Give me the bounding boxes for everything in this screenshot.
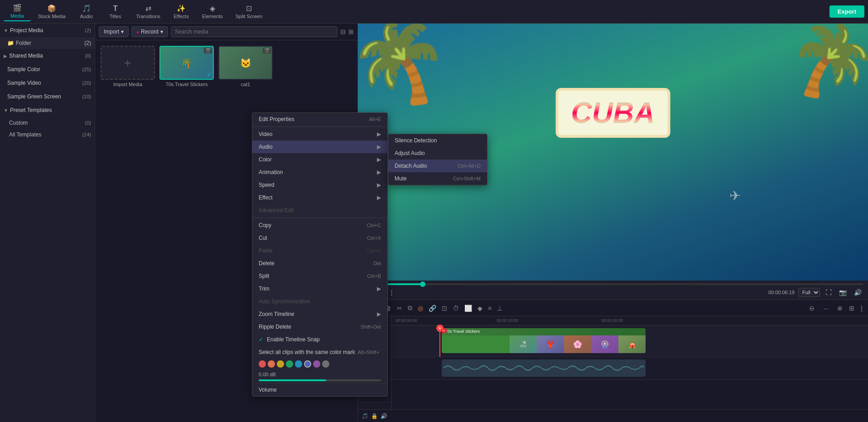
sample-video-header[interactable]: Sample Video (20) [0,76,95,90]
auto-sync-item[interactable]: Auto Synchronization [252,295,387,308]
edit-properties-item[interactable]: Edit Properties Alt+E [252,113,387,126]
resize-button[interactable]: ⬜ [463,304,474,313]
volume-item[interactable]: Volume [252,383,387,396]
advanced-edit-item[interactable]: Advanced Edit [252,204,387,217]
color-purple[interactable] [313,360,320,368]
progress-bar[interactable] [362,283,863,285]
shared-media-header[interactable]: ▶ Shared Media (0) [0,49,95,63]
color-green[interactable] [286,360,293,368]
split-audio-button[interactable]: ⊥ [495,304,504,313]
mark-in-button[interactable]: ◎ [416,304,425,313]
color-mark-button[interactable]: ◆ [476,304,484,313]
airplane-icon: ✈ [729,188,741,204]
video-track[interactable]: × × 70s Travel Stickers [392,325,868,357]
record-dot-icon: ● [136,29,139,34]
color-red[interactable] [259,360,266,368]
silence-detection-item[interactable]: Silence Detection [388,134,487,147]
import-media-thumb[interactable]: + Import Media [101,46,155,87]
grid-view-icon[interactable]: ⊞ [348,28,354,35]
filter-icon[interactable]: ⊟ [340,28,346,35]
import-button[interactable]: Import ▾ [99,26,129,37]
sample-color-header[interactable]: Sample Color (25) [0,63,95,76]
animation-item[interactable]: Animation ▶ [252,166,387,179]
copy-tl-button[interactable]: ⧉ [406,303,414,313]
folder-item[interactable]: 📁 Folder (2) [0,37,95,49]
speed-item[interactable]: Speed ▶ [252,179,387,191]
video-item[interactable]: Video ▶ [252,128,387,141]
delete-item[interactable]: Delete Del [252,257,387,270]
select-color-item[interactable]: Select all clips with the same color mar… [252,346,387,359]
time-10: 00:00:10:00 [497,318,518,323]
zoom-in-tl-button[interactable]: ⊕ [835,304,844,313]
audio-track-2[interactable] [392,380,868,403]
effects-icon: ✨ [177,4,186,13]
video-clip[interactable]: × 70s Travel Stickers 🏖 🦞 🌸 🎡 🎪 [442,328,646,353]
cut-tl-button[interactable]: ✂ [395,304,404,313]
nav-item-audio[interactable]: 🎵 Audio [73,2,100,21]
preset-templates-header[interactable]: ▼ Preset Templates [0,103,95,117]
copy-item[interactable]: Copy Ctrl+C [252,219,387,232]
trim-item[interactable]: Trim ▶ [252,282,387,295]
ripple-delete-item[interactable]: Ripple Delete Shift+Del [252,320,387,333]
volume-slider[interactable] [259,379,381,381]
color-teal[interactable] [295,360,302,368]
fit-tl-button[interactable]: ⊞ [847,304,856,313]
custom-label: Custom [9,120,28,126]
mute-item[interactable]: Mute Ctrl+Shift+M [388,172,487,185]
nav-item-effects[interactable]: ✨ Effects [168,2,195,21]
nav-item-transitions[interactable]: ⇄ Transitions [131,2,166,21]
nav-item-elements[interactable]: ◈ Elements [197,2,228,21]
nav-item-splitscreen[interactable]: ⊡ Split Screen [230,2,268,21]
nav-item-stock[interactable]: 📦 Stock Media [33,2,71,21]
cat1-label: cat1 [218,82,273,87]
snap-button[interactable]: | [859,304,864,313]
paste-item[interactable]: Paste Ctrl+V [252,244,387,257]
thumb-overlay-icon: 🎬 [204,48,212,53]
enable-snap-item[interactable]: ✓ Enable Timeline Snap [252,333,387,346]
zoom-out-tl-button[interactable]: ⊖ [807,304,816,313]
crop-button[interactable]: ⊡ [440,304,449,313]
color-orange[interactable] [268,360,275,368]
cat1-thumb[interactable]: 🐱 🎬 cat1 [218,46,273,87]
sample-video-label: Sample Video [7,80,41,86]
volume-db-label: 0.00 dB [259,372,276,377]
volume-ctrl-button[interactable]: 🔊 [852,288,863,297]
split-item[interactable]: Split Ctrl+B [252,270,387,282]
color-blue[interactable] [304,360,311,368]
adjust-audio-item[interactable]: Adjust Audio [388,147,487,160]
all-templates-label: All Templates [9,131,41,138]
folder-icon: 📁 [7,40,14,46]
zoom-timeline-item[interactable]: Zoom Timeline ▶ [252,308,387,320]
link-button[interactable]: 🔗 [427,304,438,313]
project-media-header[interactable]: ▼ Project Media (2) [0,24,95,37]
quality-select[interactable]: Full1/21/4 [798,288,820,297]
nav-item-media[interactable]: 🎬 Media [4,2,31,21]
color-yellow[interactable] [277,360,284,368]
custom-item[interactable]: Custom (0) [0,117,95,129]
sample-green-header[interactable]: Sample Green Screen (10) [0,90,95,103]
cut-item[interactable]: Cut Ctrl+X [252,232,387,244]
record-button[interactable]: ● Record ▾ [131,26,168,37]
history-button[interactable]: ⏱ [451,304,461,313]
color-item[interactable]: Color ▶ [252,153,387,166]
fullscreen-button[interactable]: ⛶ [824,288,834,297]
travel-stickers-thumb[interactable]: 🌴 🎬 ✓ 70s Travel Stickers [159,46,214,87]
audio-status-icon[interactable]: 🔊 [381,413,387,419]
screenshot-button[interactable]: 📷 [837,288,849,297]
search-input[interactable] [171,26,338,37]
audio-align-button[interactable]: ≡ [486,304,493,313]
media-toolbar: Import ▾ ● Record ▾ ⊟ ⊞ [95,24,357,40]
all-templates-item[interactable]: All Templates (24) [0,129,95,141]
color-gray[interactable] [322,360,329,368]
enable-snap-label: Enable Timeline Snap [267,336,320,343]
paste-shortcut: Ctrl+V [367,248,381,253]
lock-status-icon[interactable]: 🔒 [371,413,378,419]
plus-icon: + [124,56,131,70]
effect-item[interactable]: Effect ▶ [252,191,387,204]
export-button[interactable]: Export [829,5,864,18]
media-icon: 🎬 [13,4,22,12]
nav-item-titles[interactable]: T Titles [102,3,129,21]
audio-item[interactable]: Audio ▶ [252,141,387,153]
detach-audio-item[interactable]: Detach Audio Ctrl+Alt+D [388,160,487,172]
audio-track-1[interactable] [392,357,868,380]
